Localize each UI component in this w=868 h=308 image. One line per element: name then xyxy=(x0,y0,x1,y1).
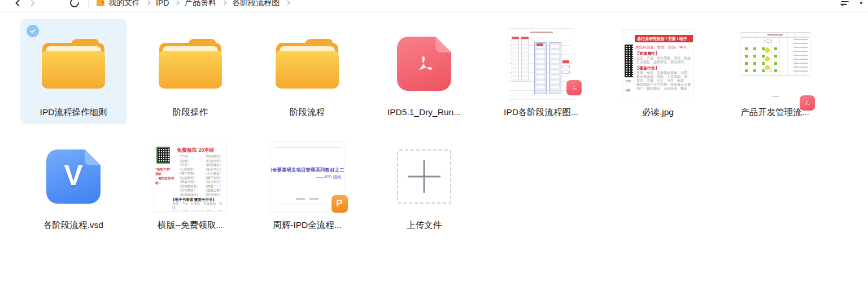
visio-letter: V xyxy=(64,159,82,192)
thumb-text: 105 xyxy=(625,80,631,83)
thumb-text: 运营、产品、计算机、市场营销、管理、 营销、心理、人物传记、教育、小说、 xyxy=(172,202,226,212)
chevron-right-icon xyxy=(175,1,179,5)
file-label: IPD各阶段流程图... xyxy=(504,107,578,117)
breadcrumb-item[interactable]: 产品资料 xyxy=(185,0,216,8)
folder-icon xyxy=(276,39,339,89)
toolbar: 我的文件 IPD 产品资料 各阶段流程图 xyxy=(0,0,868,13)
file-label: 阶段流程 xyxy=(290,107,325,117)
chevron-right-icon xyxy=(222,1,226,5)
thumb-text: ——IPD 流程 xyxy=(316,174,342,180)
thumb-banner: 各行业研究报告 / 方案 / 电子 xyxy=(635,35,693,42)
chevron-right-icon xyxy=(146,1,150,5)
thumb-section-title: 【资源属性】 xyxy=(635,51,659,55)
file-tile-pdf[interactable]: IPD5.1_Dry_Run... xyxy=(371,19,477,124)
file-label: 阶段操作 xyxy=(173,107,208,117)
file-label: IPD5.1_Dry_Run... xyxy=(387,107,461,117)
folder-icon xyxy=(97,0,104,6)
back-button[interactable] xyxy=(12,0,25,9)
thumb-title: 免费领取 20本经 xyxy=(177,147,215,154)
breadcrumb-item-current[interactable]: 各阶段流程图 xyxy=(232,0,280,8)
thumb-section-title: 【覆盖行业】 xyxy=(635,66,659,70)
thumb-title: 程全要素研发项目管理系列教材之二 xyxy=(271,167,343,174)
acrobat-logo-icon xyxy=(409,50,439,78)
file-label: 横版--免费领取... xyxy=(158,219,223,230)
thumb-text: 为您的创业、投资、职场、学习 xyxy=(635,45,687,49)
forward-button[interactable] xyxy=(25,0,37,9)
document-thumbnail xyxy=(508,28,574,100)
plus-icon xyxy=(398,151,450,203)
file-tile-folder[interactable]: 阶段流程 xyxy=(254,19,360,124)
breadcrumb-item[interactable]: IPD xyxy=(156,0,169,7)
selected-check-icon[interactable] xyxy=(27,25,39,37)
file-tile-image[interactable]: 105 1科 各行业研究报告 / 方案 / 电子 为您的创业、投资、职场、学习 … xyxy=(605,19,711,124)
visio-file-icon: V xyxy=(46,149,101,204)
more-icon[interactable] xyxy=(860,2,862,4)
thumb-text: 《三体》 《原则》 《异类》 《人类简史》 《增长黑客》 《认知突围》 《养成习… xyxy=(178,155,200,197)
file-label: 各阶段流程.vsd xyxy=(43,219,103,230)
file-tile-folder[interactable]: IPD流程操作细则 xyxy=(20,19,127,124)
thumb-text: 《经营模型》 《时间管理》 《精进规划》 《创业36计》 《人人都是》 《我产品… xyxy=(204,155,223,197)
ppt-badge-icon: P xyxy=(332,195,348,213)
chevron-right-icon xyxy=(285,1,290,5)
pdf-file-icon xyxy=(397,37,451,91)
file-grid: IPD流程操作细则 阶段操作 阶段流程 xyxy=(0,13,868,237)
breadcrumb: 我的文件 IPD 产品资料 各阶段流程图 xyxy=(97,0,295,8)
thumb-text: "领电子书" 领取 ，都问这些书 籍！ xyxy=(155,167,176,185)
upload-file-tile[interactable]: 上传文件 xyxy=(371,131,477,237)
upload-label: 上传文件 xyxy=(407,219,442,230)
file-tile-image[interactable]: 免费领取 20本经 《三体》 《原则》 《异类》 《人类简史》 《增长黑客》 《… xyxy=(137,131,243,237)
forward-icon xyxy=(28,0,35,6)
file-label: 必读.jpg xyxy=(642,107,674,117)
upload-dropzone[interactable] xyxy=(397,149,451,204)
file-label: 产品开发管理流... xyxy=(740,107,809,117)
breadcrumb-item-root[interactable]: 我的文件 xyxy=(108,0,140,8)
refresh-icon[interactable] xyxy=(68,0,81,9)
pdf-badge-icon xyxy=(800,95,815,111)
pdf-badge-icon xyxy=(566,80,582,95)
folder-icon xyxy=(42,39,105,89)
document-thumbnail xyxy=(740,32,810,76)
file-tile-visio[interactable]: V 各阶段流程.vsd xyxy=(20,131,127,237)
qr-code xyxy=(625,45,633,77)
thumb-text: 教育、电商、直播及短视频、内容 娱乐及金融、保险、人工智能、游 零售、汽车、社交… xyxy=(636,71,691,91)
thumb-text: 1科 xyxy=(625,89,630,93)
file-tile-folder[interactable]: 阶段操作 xyxy=(137,19,243,124)
file-tile-pdf-image[interactable]: 产品开发管理流... xyxy=(722,19,828,124)
file-tile-pdf-image[interactable]: IPD各阶段流程图... xyxy=(488,19,594,124)
file-label: IPD流程操作细则 xyxy=(40,107,107,117)
file-tile-ppt[interactable]: 程全要素研发项目管理系列教材之二 ——IPD 流程 P 周辉-IPD全流程... xyxy=(254,131,360,237)
toolbar-divider xyxy=(88,0,89,7)
qr-code xyxy=(156,147,170,164)
folder-icon xyxy=(159,39,222,89)
image-thumbnail: 105 1科 各行业研究报告 / 方案 / 电子 为您的创业、投资、职场、学习 … xyxy=(622,29,693,98)
image-thumbnail: 免费领取 20本经 《三体》 《原则》 《异类》 《人类简史》 《增长黑客》 《… xyxy=(154,142,227,212)
file-label: 周辉-IPD全流程... xyxy=(273,219,341,230)
back-icon xyxy=(15,0,23,6)
thumb-text: 运营、产品、增长黑客、营销、数据 行业报告、趋势研究、商业模式、 xyxy=(636,56,691,64)
sort-icon[interactable] xyxy=(841,0,852,8)
